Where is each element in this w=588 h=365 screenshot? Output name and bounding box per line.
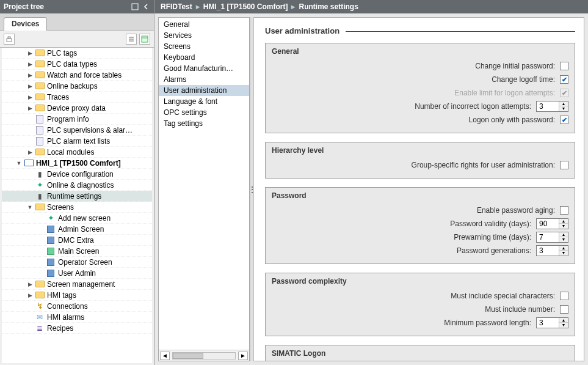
tree-item[interactable]: ▼HMI_1 [TP1500 Comfort]: [2, 158, 152, 169]
tree-item[interactable]: PLC supervisions & alar…: [2, 125, 152, 136]
input-num-incorrect-attempts[interactable]: [537, 101, 559, 111]
settings-nav-item[interactable]: Alarms: [159, 74, 249, 85]
breadcrumb-item[interactable]: Runtime settings: [299, 2, 358, 11]
tree-item[interactable]: Program info: [2, 114, 152, 125]
chevron-right-icon[interactable]: ▶: [26, 72, 34, 79]
spinner-down-icon[interactable]: ▼: [559, 323, 568, 328]
project-tree-title-bar: Project tree: [0, 0, 154, 13]
tree-item[interactable]: ▶HMI tags: [2, 290, 152, 301]
star-icon: ✦: [46, 214, 56, 223]
tree-item[interactable]: Recipes: [2, 323, 152, 334]
spinner-down-icon[interactable]: ▼: [559, 237, 568, 242]
input-prewarn-days[interactable]: [537, 232, 559, 242]
spinner-down-icon[interactable]: ▼: [559, 106, 568, 111]
spinner-min-len[interactable]: ▲▼: [536, 317, 568, 328]
spinner-down-icon[interactable]: ▼: [559, 251, 568, 256]
tree-item[interactable]: ▮Runtime settings: [2, 191, 152, 202]
input-validity-days[interactable]: [537, 219, 559, 229]
chevron-down-icon[interactable]: ▼: [15, 160, 23, 167]
detail-view-icon[interactable]: [139, 34, 150, 45]
checkbox-special[interactable]: [560, 292, 568, 300]
chevron-down-icon[interactable]: ▼: [26, 204, 34, 211]
tree-item[interactable]: ▶Device proxy data: [2, 103, 152, 114]
tree-item[interactable]: ▮Device configuration: [2, 169, 152, 180]
new-device-icon[interactable]: [4, 34, 15, 45]
checkbox-number[interactable]: [560, 305, 568, 314]
scroll-left-icon[interactable]: ◄: [160, 352, 170, 360]
label-change-initial-password: Change initial password:: [475, 62, 555, 70]
settings-nav-item[interactable]: Keyboard: [159, 52, 249, 63]
scroll-thumb[interactable]: [173, 353, 203, 359]
tree-item[interactable]: ▶Traces: [2, 92, 152, 103]
tree-item[interactable]: ▶Local modules: [2, 147, 152, 158]
scroll-track[interactable]: [172, 352, 236, 359]
checkbox-logon-only-password[interactable]: [560, 116, 568, 124]
spinner-up-icon[interactable]: ▲: [559, 219, 568, 224]
label-min-len: Minimum password length:: [444, 319, 531, 327]
tree-item[interactable]: ▶PLC tags: [2, 48, 152, 59]
spinner-up-icon[interactable]: ▲: [559, 101, 568, 106]
spinner-down-icon[interactable]: ▼: [559, 224, 568, 229]
tab-devices[interactable]: Devices: [4, 17, 47, 31]
input-min-len[interactable]: [537, 318, 559, 328]
collapse-icon[interactable]: [142, 2, 150, 11]
spinner-validity-days[interactable]: ▲▼: [536, 218, 568, 229]
chevron-right-icon[interactable]: ▶: [26, 105, 34, 112]
folder-open-icon: [35, 203, 45, 212]
tree-item[interactable]: Main Screen: [2, 246, 152, 257]
scroll-right-icon[interactable]: ►: [238, 352, 248, 360]
checkbox-change-initial-password[interactable]: [560, 62, 568, 70]
settings-nav-item[interactable]: Services: [159, 30, 249, 41]
settings-nav-item[interactable]: General: [159, 19, 249, 30]
tree-item[interactable]: User Admin: [2, 268, 152, 279]
chevron-right-icon[interactable]: ▶: [26, 281, 34, 288]
nav-scrollbar[interactable]: ◄ ►: [159, 350, 249, 361]
chevron-right-icon[interactable]: ▶: [26, 61, 34, 68]
tree-item[interactable]: ▶PLC data types: [2, 59, 152, 70]
chevron-right-icon[interactable]: ▶: [26, 94, 34, 101]
chevron-right-icon[interactable]: ▶: [26, 292, 34, 299]
breadcrumb-item[interactable]: HMI_1 [TP1500 Comfort]: [203, 2, 288, 11]
tree-item[interactable]: Operator Screen: [2, 257, 152, 268]
spinner-num-incorrect-attempts[interactable]: ▲▼: [536, 101, 568, 112]
settings-nav-item[interactable]: Good Manufacturin…: [159, 63, 249, 74]
spinner-prewarn-days[interactable]: ▲▼: [536, 232, 568, 243]
tree-item[interactable]: ✦Add new screen: [2, 213, 152, 224]
chevron-right-icon[interactable]: ▶: [26, 149, 34, 156]
settings-nav-item[interactable]: Tag settings: [159, 118, 249, 129]
project-tree[interactable]: ▶PLC tags▶PLC data types▶Watch and force…: [0, 48, 154, 365]
tree-item[interactable]: ▼Screens: [2, 202, 152, 213]
label-prewarn-days: Prewarning time (days):: [454, 233, 531, 241]
tree-item[interactable]: PLC alarm text lists: [2, 136, 152, 147]
breadcrumb-item[interactable]: RFIDTest: [161, 2, 192, 11]
tree-item[interactable]: ✦Online & diagnostics: [2, 180, 152, 191]
tree-item[interactable]: DMC Extra: [2, 235, 152, 246]
spinner-up-icon[interactable]: ▲: [559, 232, 568, 237]
checkbox-enable-aging[interactable]: [560, 206, 568, 215]
breadcrumb-sep-icon: ▸: [291, 2, 295, 11]
svg-rect-1: [7, 39, 12, 42]
spinner-up-icon[interactable]: ▲: [559, 246, 568, 251]
input-generations[interactable]: [537, 246, 559, 256]
tree-item[interactable]: HMI alarms: [2, 312, 152, 323]
spinner-generations[interactable]: ▲▼: [536, 245, 568, 256]
splitter-handle[interactable]: [250, 17, 254, 361]
settings-nav-item[interactable]: Language & font: [159, 96, 249, 107]
checkbox-group-rights[interactable]: [560, 161, 568, 169]
tree-item[interactable]: ▶Online backups: [2, 81, 152, 92]
settings-nav: GeneralServicesScreensKeyboardGood Manuf…: [158, 17, 250, 361]
tree-item[interactable]: ▶Screen management: [2, 279, 152, 290]
checkbox-change-logoff-time[interactable]: [560, 75, 568, 84]
tree-item[interactable]: ▶Watch and force tables: [2, 70, 152, 81]
settings-nav-item[interactable]: Screens: [159, 41, 249, 52]
chevron-right-icon[interactable]: ▶: [26, 83, 34, 90]
tree-item[interactable]: Connections: [2, 301, 152, 312]
tree-item-label: User Admin: [58, 269, 96, 278]
spinner-up-icon[interactable]: ▲: [559, 318, 568, 323]
settings-nav-item[interactable]: OPC settings: [159, 107, 249, 118]
settings-nav-item[interactable]: User administration: [159, 85, 249, 96]
chevron-right-icon[interactable]: ▶: [26, 50, 34, 57]
tree-item[interactable]: Admin Screen: [2, 224, 152, 235]
pin-icon[interactable]: [131, 2, 139, 11]
list-view-icon[interactable]: [126, 34, 137, 45]
